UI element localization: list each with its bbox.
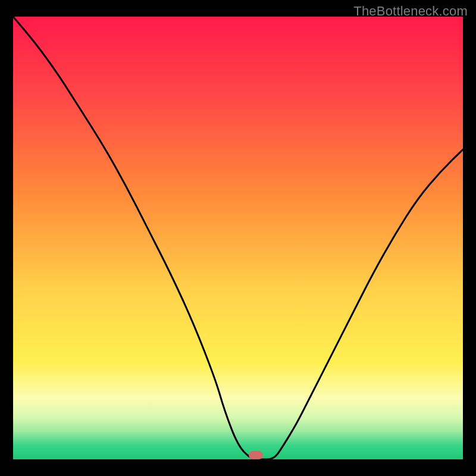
watermark-text: TheBottleneck.com bbox=[353, 4, 468, 19]
optimal-marker bbox=[249, 451, 263, 459]
chart-frame: TheBottleneck.com bbox=[0, 0, 476, 476]
gradient-background bbox=[13, 17, 463, 459]
plot-area bbox=[13, 17, 463, 459]
plot-svg bbox=[13, 17, 463, 459]
